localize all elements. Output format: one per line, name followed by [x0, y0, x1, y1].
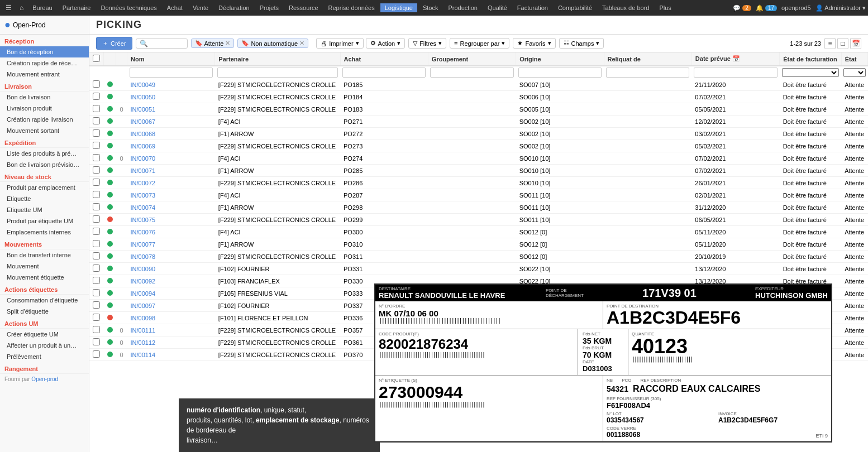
sidebar-item-prelevement[interactable]: Prélèvement	[0, 351, 89, 362]
sidebar-item-produit-etiquette-um[interactable]: Produit par étiquette UM	[0, 215, 89, 227]
row-name[interactable]: IN/00049	[127, 79, 215, 91]
row-checkbox[interactable]	[93, 228, 100, 235]
table-row[interactable]: IN/00074 [F1] ARROW PO298 SO011 [10] 31/…	[89, 201, 868, 214]
row-name[interactable]: IN/00075	[127, 214, 215, 226]
nav-plus[interactable]: Plus	[655, 3, 675, 12]
table-row[interactable]: IN/00090 [F102] FOURNIER PO331 SO022 [10…	[89, 263, 868, 275]
row-name[interactable]: IN/00071	[127, 165, 215, 177]
sidebar-item-mouvement-etiquette[interactable]: Mouvement étiquette	[0, 272, 89, 283]
row-name[interactable]: IN/00070	[127, 152, 215, 165]
calendar-view-icon[interactable]: 📅	[850, 38, 861, 49]
row-name[interactable]: IN/00072	[127, 177, 215, 189]
nav-declaration[interactable]: Déclaration	[214, 3, 254, 12]
filter-etat[interactable]	[843, 68, 865, 77]
row-checkbox[interactable]	[93, 301, 100, 309]
filter-non-automatique[interactable]: 🔖 Non automatique ✕	[237, 39, 308, 48]
sidebar-item-mouvement-sortant[interactable]: Mouvement sortant	[0, 125, 89, 136]
nav-logistique[interactable]: Logistique	[380, 3, 417, 12]
nav-comptabilite[interactable]: Comptabilité	[554, 3, 597, 12]
row-checkbox[interactable]	[93, 338, 100, 345]
notif-icon[interactable]: 🔔 17	[756, 4, 777, 12]
row-name[interactable]: IN/00050	[127, 91, 215, 103]
row-checkbox[interactable]	[93, 252, 100, 259]
nav-tableaux[interactable]: Tableaux de bord	[598, 3, 654, 12]
row-checkbox[interactable]	[93, 203, 100, 210]
action-button[interactable]: ⚙ Action ▾	[366, 38, 406, 49]
col-nom[interactable]: Nom	[127, 52, 215, 66]
group-button[interactable]: ≡ Regrouper par ▾	[450, 38, 509, 49]
sidebar-item-split[interactable]: Split d'étiquette	[0, 306, 89, 317]
row-checkbox[interactable]	[93, 129, 100, 137]
row-checkbox[interactable]	[93, 265, 100, 272]
row-checkbox[interactable]	[93, 93, 100, 100]
nav-production[interactable]: Production	[443, 3, 482, 12]
row-name[interactable]: IN/00114	[127, 349, 215, 361]
row-checkbox[interactable]	[93, 142, 100, 149]
filter-date[interactable]	[694, 68, 777, 78]
row-checkbox[interactable]	[93, 80, 100, 88]
row-name[interactable]: IN/00097	[127, 300, 215, 312]
list-view-icon[interactable]: ≡	[824, 38, 836, 49]
row-name[interactable]: IN/00090	[127, 263, 215, 275]
table-row[interactable]: IN/00072 [F229] STMICROELECTRONICS CROLL…	[89, 177, 868, 189]
row-checkbox[interactable]	[93, 179, 100, 186]
sidebar-item-transfert-interne[interactable]: Bon de transfert interne	[0, 249, 89, 261]
row-checkbox[interactable]	[93, 240, 100, 247]
col-origine[interactable]: Origine	[516, 52, 604, 66]
row-name[interactable]: IN/00112	[127, 336, 215, 349]
nav-reprise[interactable]: Reprise données	[324, 3, 379, 12]
row-checkbox[interactable]	[93, 215, 100, 223]
row-checkbox[interactable]	[93, 166, 100, 174]
row-name[interactable]: IN/00069	[127, 140, 215, 152]
filter-facturation[interactable]	[782, 68, 840, 77]
sidebar-item-emplacements-internes[interactable]: Emplacements internes	[0, 227, 89, 238]
row-checkbox[interactable]	[93, 105, 100, 112]
print-button[interactable]: 🖨 Imprimer ▾	[316, 38, 363, 49]
table-row[interactable]: IN/00049 [F229] STMICROELECTRONICS CROLL…	[89, 79, 868, 91]
row-checkbox[interactable]	[93, 117, 100, 124]
sidebar-item-creation-rapide-rec[interactable]: Création rapide de réce…	[0, 57, 89, 69]
table-row[interactable]: IN/00076 [F4] ACI PO300 SO012 [0] 05/11/…	[89, 226, 868, 238]
sidebar-item-mouvement[interactable]: Mouvement	[0, 261, 89, 272]
row-name[interactable]: IN/00098	[127, 312, 215, 324]
row-checkbox[interactable]	[93, 314, 100, 321]
sidebar-item-consommation[interactable]: Consommation d'étiquette	[0, 295, 89, 306]
sidebar-item-bon-livraison-prev[interactable]: Bon de livraison prévisio…	[0, 159, 89, 170]
sidebar-item-liste-produits[interactable]: Liste des produits à pré…	[0, 148, 89, 159]
filter-achat[interactable]	[342, 68, 426, 78]
col-achat[interactable]: Achat	[340, 52, 428, 66]
row-name[interactable]: IN/00068	[127, 128, 215, 140]
sidebar-item-etiquette-um[interactable]: Etiquette UM	[0, 204, 89, 215]
col-date[interactable]: Date prévue 📅	[691, 52, 779, 66]
nav-projets[interactable]: Projets	[255, 3, 283, 12]
table-row[interactable]: IN/00075 [F229] STMICROELECTRONICS CROLL…	[89, 214, 868, 226]
filter-nom[interactable]	[130, 68, 213, 78]
row-name[interactable]: IN/00067	[127, 116, 215, 128]
col-etat[interactable]: État	[841, 52, 867, 66]
col-groupement[interactable]: Groupement	[428, 52, 516, 66]
filter-origine[interactable]	[518, 68, 602, 78]
table-row[interactable]: IN/00067 [F4] ACI PO271 SO002 [10] 12/02…	[89, 116, 868, 128]
col-partenaire[interactable]: Partenaire	[215, 52, 340, 66]
nav-partenaire[interactable]: Partenaire	[58, 3, 96, 12]
sidebar-item-mouvement-entrant[interactable]: Mouvement entrant	[0, 69, 89, 80]
filter-groupement[interactable]	[430, 68, 513, 78]
table-row[interactable]: IN/00078 [F229] STMICROELECTRONICS CROLL…	[89, 251, 868, 263]
filter-partenaire[interactable]	[217, 68, 338, 78]
table-row[interactable]: 0 IN/00070 [F4] ACI PO274 SO010 [10] 07/…	[89, 152, 868, 165]
row-name[interactable]: IN/00076	[127, 226, 215, 238]
row-checkbox[interactable]	[93, 350, 100, 358]
search-input[interactable]	[150, 40, 184, 47]
user-menu[interactable]: 👤 Administrator ▾	[815, 4, 866, 12]
fav-button[interactable]: ★ Favoris ▾	[513, 38, 555, 49]
nav-stock[interactable]: Stock	[418, 3, 443, 12]
row-name[interactable]: IN/00094	[127, 287, 215, 300]
sidebar-item-affecter-produit[interactable]: Affecter un produit à un…	[0, 340, 89, 351]
row-checkbox[interactable]	[93, 277, 100, 284]
table-row[interactable]: IN/00071 [F1] ARROW PO285 SO010 [10] 07/…	[89, 165, 868, 177]
create-button[interactable]: ＋ Créer	[96, 37, 132, 50]
remove-non-auto-filter[interactable]: ✕	[299, 40, 304, 47]
table-row[interactable]: IN/00069 [F229] STMICROELECTRONICS CROLL…	[89, 140, 868, 152]
nav-facturation[interactable]: Facturation	[513, 3, 552, 12]
sidebar-item-livraison-produit[interactable]: Livraison produit	[0, 103, 89, 114]
